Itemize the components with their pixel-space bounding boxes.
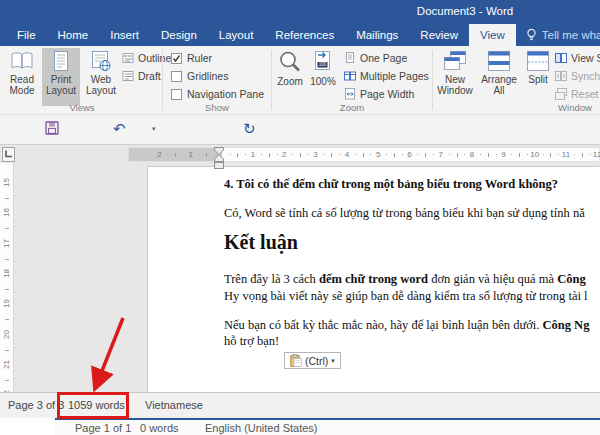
synchronous-scrolling-button[interactable]: Synchro — [555, 70, 600, 82]
ruler-number: 4 — [345, 150, 349, 159]
draft-label: Draft — [138, 70, 161, 82]
status-language[interactable]: Vietnamese — [145, 399, 203, 411]
quick-access-toolbar: ↶ ▾ ↻ — [0, 115, 600, 145]
group-zoom: Zoom 100 100% One Page Multiple Pages — [274, 46, 430, 114]
status-word-count[interactable]: 0 words — [140, 422, 179, 434]
tell-me-label: Tell me what you want — [542, 29, 600, 41]
status-language[interactable]: English (United States) — [205, 422, 318, 434]
doc-paragraph: Hy vọng bài viết này sẽ giúp bạn dễ dàng… — [224, 289, 588, 304]
ruler-number: 11 — [562, 150, 570, 159]
tab-stop-selector[interactable] — [2, 147, 15, 162]
tab-mailings[interactable]: Mailings — [345, 24, 409, 46]
checkbox-icon — [171, 71, 182, 82]
window-title: Document3 - Word — [417, 5, 513, 17]
paste-options-button[interactable]: (Ctrl) ▾ — [284, 352, 341, 369]
multiple-pages-label: Multiple Pages — [360, 70, 429, 82]
web-layout-button[interactable]: Web Layout — [82, 48, 120, 106]
read-mode-button[interactable]: Read Mode — [4, 48, 40, 106]
draft-button[interactable]: Draft — [122, 70, 161, 82]
tab-layout[interactable]: Layout — [208, 24, 265, 46]
document-page[interactable]: 4. Tôi có thể đếm chữ trong một bảng biể… — [147, 166, 600, 392]
ruler-number: 8 — [470, 150, 474, 159]
word-window: Document3 - Word FileHomeInsertDesignLay… — [0, 0, 600, 435]
navigation-pane-label: Navigation Pane — [187, 88, 264, 100]
left-indent-marker[interactable] — [214, 162, 224, 169]
draft-icon — [122, 70, 134, 82]
tab-view[interactable]: View — [469, 24, 516, 46]
svg-text:100: 100 — [319, 62, 327, 67]
doc-paragraph: hỗ trợ bạn! — [224, 334, 279, 349]
group-views: Read Mode Print Layout Web Layout Outlin… — [4, 46, 160, 114]
tab-file[interactable]: File — [6, 24, 47, 46]
status-page-count[interactable]: Page 1 of 1 — [75, 422, 131, 434]
dropdown-caret-icon: ▾ — [331, 357, 335, 365]
annotation-box — [57, 392, 129, 419]
gridlines-checkbox[interactable]: Gridlines — [171, 70, 228, 82]
lightbulb-icon — [526, 28, 537, 42]
one-page-label: One Page — [360, 52, 407, 64]
show-group-label: Show — [165, 102, 269, 113]
group-show: Ruler Gridlines Navigation Pane Show — [165, 46, 269, 114]
print-layout-button[interactable]: Print Layout — [42, 48, 80, 106]
tab-references[interactable]: References — [264, 24, 345, 46]
checkbox-checked-icon — [171, 53, 182, 64]
ruler-number: 6 — [407, 150, 411, 159]
tab-review[interactable]: Review — [409, 24, 469, 46]
ruler-number: 17 — [2, 239, 11, 248]
ruler-number: 10 — [530, 150, 539, 159]
group-divider — [271, 50, 272, 110]
tell-me-box[interactable]: Tell me what you want — [516, 24, 600, 46]
tab-insert[interactable]: Insert — [99, 24, 150, 46]
new-window-icon — [442, 50, 468, 72]
split-button[interactable]: Split — [523, 48, 553, 106]
arrange-all-icon — [486, 50, 512, 72]
tab-home[interactable]: Home — [47, 24, 100, 46]
window-group-label: Window — [530, 102, 600, 113]
synchronous-scrolling-label: Synchro — [571, 70, 600, 82]
status-page-count[interactable]: Page 3 of 3 — [8, 399, 64, 411]
undo-button[interactable]: ↶ — [113, 119, 126, 139]
arrange-all-label: Arrange All — [477, 74, 521, 96]
zoom-label: Zoom — [277, 76, 303, 87]
multiple-pages-button[interactable]: Multiple Pages — [344, 70, 429, 82]
background-window-status-bar: Page 1 of 1 0 words English (United Stat… — [55, 418, 600, 435]
page-width-button[interactable]: Page Width — [344, 88, 414, 100]
ruler-number: 20 — [2, 330, 11, 339]
ruler-checkbox[interactable]: Ruler — [171, 52, 212, 64]
zoom-100-icon: 100 — [311, 50, 335, 74]
view-side-by-side-label: View Sid — [571, 52, 600, 64]
magnifier-icon — [278, 50, 302, 74]
doc-heading4: 4. Tôi có thể đếm chữ trong một bảng biể… — [224, 177, 558, 192]
ruler-number: 2 — [282, 150, 286, 159]
save-button[interactable] — [45, 121, 59, 135]
view-side-by-side-button[interactable]: View Sid — [555, 52, 600, 64]
ruler-number: 18 — [2, 269, 11, 278]
ruler-number: 21 — [2, 360, 11, 369]
ruler-number: 7 — [439, 150, 443, 159]
one-page-icon — [344, 52, 356, 64]
hanging-indent-marker[interactable] — [214, 154, 224, 162]
doc-paragraph: Có, Word sẽ tính cả số lượng từ trong bả… — [224, 206, 585, 221]
redo-button[interactable]: ↻ — [243, 119, 256, 139]
one-page-button[interactable]: One Page — [344, 52, 407, 64]
navigation-pane-checkbox[interactable]: Navigation Pane — [171, 88, 264, 100]
ruler-number: 19 — [2, 299, 11, 308]
new-window-button[interactable]: New Window — [435, 48, 475, 106]
read-mode-label: Read Mode — [4, 74, 40, 96]
ruler-label: Ruler — [187, 52, 212, 64]
arrange-all-button[interactable]: Arrange All — [477, 48, 521, 106]
view-side-by-side-icon — [555, 52, 567, 64]
zoom-100-label: 100% — [310, 76, 336, 87]
split-label: Split — [528, 74, 547, 85]
zoom-100-button[interactable]: 100 100% — [307, 48, 339, 106]
group-divider — [162, 50, 163, 110]
ribbon: Read Mode Print Layout Web Layout Outlin… — [0, 46, 600, 115]
zoom-button[interactable]: Zoom — [274, 48, 306, 106]
undo-dropdown-caret-icon[interactable]: ▾ — [152, 125, 156, 133]
reset-window-position-button[interactable]: Reset W — [555, 88, 600, 100]
doc-paragraph: Nếu bạn có bất kỳ thắc mắc nào, hãy để l… — [224, 318, 589, 333]
ruler-number: 5 — [376, 150, 380, 159]
outline-button[interactable]: Outline — [122, 52, 171, 64]
undo-icon: ↶ — [113, 120, 126, 138]
tab-design[interactable]: Design — [150, 24, 208, 46]
